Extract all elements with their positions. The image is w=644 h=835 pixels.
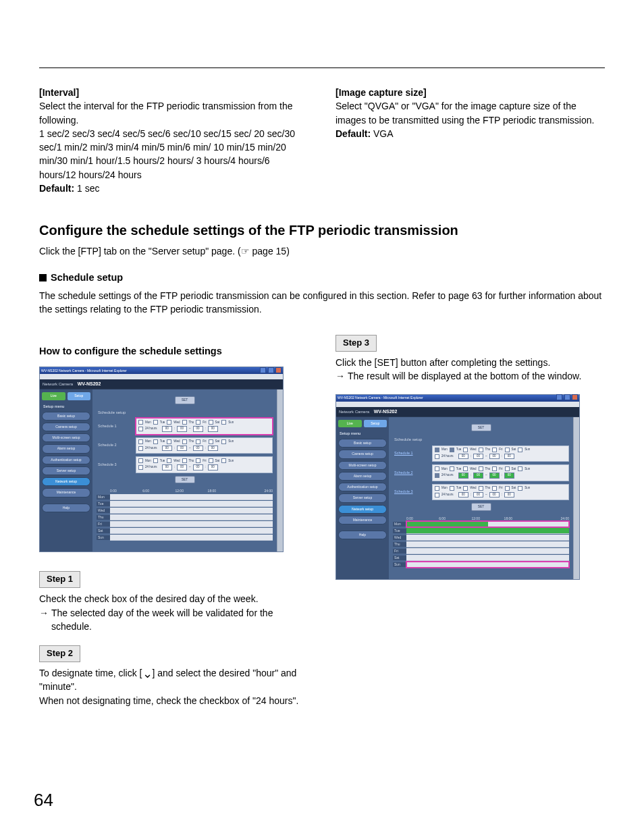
maximize-icon[interactable] <box>268 367 274 373</box>
schedule-1-time: 24 hours 00: 00– 00: 00 <box>138 426 270 432</box>
checkbox-wed[interactable] <box>167 420 171 425</box>
timeline-ticks: 0:00 6:00 12:00 18:00 24:00 <box>110 489 273 493</box>
menu-camera-setup[interactable]: Camera setup <box>338 450 387 458</box>
square-bullet-icon <box>39 274 47 281</box>
nav-top-tabs: Live Setup <box>338 420 387 427</box>
scrollbar[interactable] <box>277 389 283 551</box>
timeline-row-mon: Mon <box>97 493 273 500</box>
schedule-1-days: Mon Tue Wed Thu Fri Sat Sun <box>138 420 270 425</box>
set-button-top[interactable]: SET <box>471 424 491 431</box>
menu-authentication-setup[interactable]: Authentication setup <box>338 483 387 491</box>
schedule-row-2: Schedule 2 Mon Tue Wed Thu Fri Sat Sun <box>393 464 569 481</box>
menu-help[interactable]: Help <box>338 531 387 539</box>
checkbox-mon[interactable] <box>138 420 143 425</box>
menu-camera-setup[interactable]: Camera setup <box>42 423 90 431</box>
browser-toolbar <box>40 374 283 379</box>
content-pane: SET Schedule setup Schedule 1 Mon Tue We… <box>389 417 573 579</box>
step-2-label: Step 2 <box>39 645 80 662</box>
menu-authentication-setup[interactable]: Authentication setup <box>42 456 90 464</box>
arrow-right-icon: → <box>336 369 348 383</box>
set-button-bottom[interactable]: SET <box>175 476 195 483</box>
hour-to[interactable]: 00 <box>193 426 203 432</box>
step-3-line1: Click the [SET] button after completing … <box>336 356 605 369</box>
schedule-setup-heading: Schedule setup <box>39 271 605 285</box>
schedule-1-box: Mon Tue Wed Thu Fri Sat Sun 24 hours <box>432 446 569 462</box>
tab-setup[interactable]: Setup <box>364 420 387 427</box>
maximize-icon[interactable] <box>564 394 570 400</box>
brand-label: Network Camera <box>43 382 73 386</box>
page-number: 64 <box>34 788 53 813</box>
min-to[interactable]: 00 <box>208 426 218 432</box>
image-size-default-value: VGA <box>371 128 393 139</box>
menu-basic-setup[interactable]: Basic setup <box>42 412 90 421</box>
schedule-row-1: Schedule 1 Mon Tue Wed Thu Fri Sat Sun <box>393 446 569 462</box>
timeline-row-sat: Sat <box>97 527 273 534</box>
step-1-line2-text: The selected day of the week will be val… <box>51 606 308 634</box>
timeline-row-wed: Wed <box>393 535 569 541</box>
checkbox-fri[interactable] <box>196 420 200 425</box>
menu-alarm-setup[interactable]: Alarm setup <box>42 444 90 453</box>
menu-maintenance[interactable]: Maintenance <box>42 488 90 497</box>
schedule-1-label: Schedule 1 <box>97 424 136 429</box>
set-button-top[interactable]: SET <box>175 396 195 404</box>
minimize-icon[interactable] <box>260 367 266 373</box>
interval-default-label: Default: <box>39 183 74 194</box>
arrow-right-icon: → <box>39 606 51 634</box>
browser-body: Live Setup Setup menu Basic setup Camera… <box>40 389 283 551</box>
timeline-chart: 0:00 6:00 12:00 18:00 24:00 Mon Tue Wed … <box>393 516 569 568</box>
checkbox-24h[interactable] <box>138 427 143 431</box>
menu-network-setup[interactable]: Network setup <box>338 505 387 514</box>
schedule-row-2: Schedule 2 Mon Tue Wed Thu Fri Sat Sun <box>97 437 273 454</box>
checkbox-tue[interactable] <box>153 420 158 425</box>
window-control-buttons <box>556 394 578 402</box>
schedule-3-label[interactable]: Schedule 3 <box>393 489 432 495</box>
menu-maintenance[interactable]: Maintenance <box>338 516 387 524</box>
menu-basic-setup[interactable]: Basic setup <box>338 439 387 448</box>
menu-server-setup[interactable]: Server setup <box>42 466 90 475</box>
tab-setup[interactable]: Setup <box>68 392 91 400</box>
schedule-panel-title: Schedule setup <box>394 437 569 443</box>
schedule-2-label[interactable]: Schedule 2 <box>393 470 432 476</box>
lower-columns: How to configure the schedule settings W… <box>39 323 605 707</box>
schedule-1-label[interactable]: Schedule 1 <box>393 451 432 456</box>
set-button-bottom[interactable]: SET <box>471 503 491 510</box>
close-icon[interactable] <box>572 394 578 400</box>
left-nav-pane: Live Setup Setup menu Basic setup Camera… <box>336 417 389 579</box>
timeline-row-mon: Mon <box>393 521 569 528</box>
hour-from[interactable]: 00 <box>162 426 172 432</box>
tab-live[interactable]: Live <box>42 392 65 400</box>
window-titlebar: WV-NS202 Network Camera - Microsoft Inte… <box>40 367 283 374</box>
minimize-icon[interactable] <box>556 394 562 400</box>
menu-server-setup[interactable]: Server setup <box>338 493 387 502</box>
tab-live[interactable]: Live <box>338 420 362 427</box>
schedule-3-box: Mon Tue Wed Thu Fri Sat Sun 24 hours <box>136 456 273 473</box>
interval-default: Default: 1 sec <box>39 182 308 195</box>
close-icon[interactable] <box>275 367 281 373</box>
checkbox-sat[interactable] <box>209 420 213 425</box>
checkbox-sun[interactable] <box>221 420 226 425</box>
step-1-line2: → The selected day of the week will be v… <box>39 606 308 634</box>
interval-p2: 1 sec/2 sec/3 sec/4 sec/5 sec/6 sec/10 s… <box>39 127 308 182</box>
schedule-1-box: Mon Tue Wed Thu Fri Sat Sun 24 hours <box>136 418 273 435</box>
menu-network-setup[interactable]: Network setup <box>42 477 90 486</box>
min-from[interactable]: 00 <box>177 426 187 432</box>
menu-multiscreen-setup[interactable]: Multi-screen setup <box>338 461 387 470</box>
scrollbar[interactable] <box>573 417 579 579</box>
step-1-label: Step 1 <box>39 571 80 588</box>
section-intro-b: page 15) <box>250 246 290 257</box>
left-lower-column: How to configure the schedule settings W… <box>39 323 308 707</box>
image-size-p1: Select "QVGA" or "VGA" for the image cap… <box>336 99 605 127</box>
menu-multiscreen-setup[interactable]: Multi-screen setup <box>42 433 90 442</box>
step-1-line1: Check the check box of the desired day o… <box>39 592 308 605</box>
step-3-label: Step 3 <box>336 335 377 352</box>
menu-help[interactable]: Help <box>42 504 90 512</box>
timeline-chart: 0:00 6:00 12:00 18:00 24:00 Mon Tue Wed … <box>97 489 273 541</box>
timeline-ticks: 0:00 6:00 12:00 18:00 24:00 <box>406 516 569 521</box>
step-3-line2-text: The result will be displayed at the bott… <box>348 369 605 383</box>
nav-top-tabs: Live Setup <box>42 392 90 400</box>
window-title: WV-NS202 Network Camera - Microsoft Inte… <box>338 396 423 400</box>
interval-heading: [Interval] <box>39 86 308 99</box>
menu-alarm-setup[interactable]: Alarm setup <box>338 472 387 481</box>
checkbox-thu[interactable] <box>182 420 187 425</box>
timeline-row-fri: Fri <box>97 520 273 527</box>
